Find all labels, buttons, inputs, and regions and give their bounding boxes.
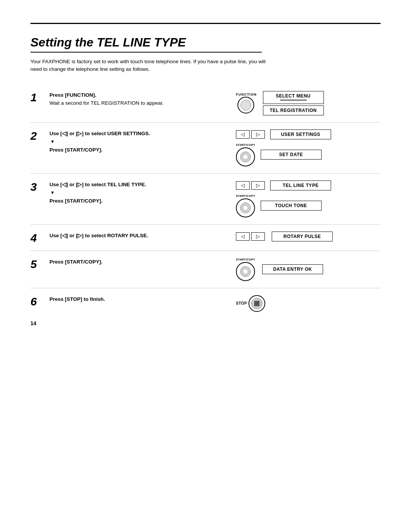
step-3-visual-col: ◁ ▷ TEL LINE TYPE START/COPY TOU [236,181,331,217]
step-2-row1: ◁ ▷ USER SETTINGS [236,129,331,139]
step-1-content: Press [FUNCTION]. Wait a second for TEL … [49,91,236,107]
startcopy-btn-3[interactable] [236,198,255,217]
lcd-tel-line-type: TEL LINE TYPE [270,181,331,190]
lcd-data-entry-ok: DATA ENTRY OK [262,264,323,274]
lcd-user-settings: USER SETTINGS [270,129,331,139]
lcd-select-menu-text: SELECT MENU [268,93,319,99]
stop-button[interactable] [249,295,265,312]
top-rule [30,23,381,24]
startcopy-wrap-3: START/COPY [236,194,255,217]
startcopy-inner-5 [240,266,251,277]
function-button-inner [241,100,251,110]
page-title: Setting the TEL LINE TYPE [30,35,262,53]
step-1-instruction: Press [FUNCTION]. Wait a second for TEL … [49,91,228,107]
step-4-bold: Use [◁] or [▷] to select ROTARY PULSE. [49,233,148,238]
stop-button-square [254,301,260,306]
intro-text: Your FAXPHONE is factory set to work wit… [30,58,274,73]
step-3-row2: START/COPY TOUCH TONE [236,194,331,217]
step-2-sub2: Press [START/COPY]. [49,147,102,153]
stop-button-wrap: STOP [236,295,265,312]
step-1: 1 Press [FUNCTION]. Wait a second for TE… [30,84,381,123]
step-2: 2 Use [◁] or [▷] to select USER SETTINGS… [30,123,381,174]
lcd-rotary-pulse: ROTARY PULSE [272,232,333,241]
tape-underline [280,99,307,101]
step-6-visual: STOP [236,295,381,312]
step-3-bold: Use [◁] or [▷] to select TEL LINE TYPE. [49,182,146,187]
lcd-tel-registration: TEL REGISTRATION [263,105,324,115]
step-2-arrow: ▼ [50,139,55,144]
step-6: 6 Press [STOP] to finish. STOP [30,288,381,319]
startcopy-label-5: START/COPY [236,258,255,261]
step-1-visual: FUNCTION SELECT MENU TEL REGISTRATION [236,91,381,115]
step-2-content: Use [◁] or [▷] to select USER SETTINGS. … [49,129,236,154]
left-arrow-btn-3[interactable]: ◁ [236,181,250,190]
function-button-label: FUNCTION [236,93,256,96]
startcopy-inner-2 [240,152,251,162]
step-5-bold: Press [START/COPY]. [49,259,102,265]
step-4-number: 4 [30,232,49,244]
step-4: 4 Use [◁] or [▷] to select ROTARY PULSE.… [30,225,381,251]
left-arrow-btn-2[interactable]: ◁ [236,130,250,139]
nav-buttons-3: ◁ ▷ [236,181,265,190]
right-arrow-btn-3[interactable]: ▷ [251,181,265,190]
step-6-number: 6 [30,295,49,307]
step-2-number: 2 [30,129,49,142]
startcopy-label-2: START/COPY [236,143,255,147]
step-5-instruction: Press [START/COPY]. [49,258,228,266]
step-3-arrow: ▼ [50,190,55,195]
step-1-sub: Wait a second for TEL REGISTRATION to ap… [49,100,164,106]
startcopy-btn-2[interactable] [236,147,255,166]
step-3-row1: ◁ ▷ TEL LINE TYPE [236,181,331,190]
step-2-visual-col: ◁ ▷ USER SETTINGS START/COPY SET [236,129,331,166]
startcopy-btn-5[interactable] [236,262,255,281]
step-6-bold: Press [STOP] to finish. [49,296,105,302]
stop-button-inner [251,298,263,309]
step-3-visual: ◁ ▷ TEL LINE TYPE START/COPY TOU [236,181,381,217]
step-5-content: Press [START/COPY]. [49,258,236,266]
lcd-select-menu: SELECT MENU [263,91,324,104]
step-1-lcd-stack: SELECT MENU TEL REGISTRATION [263,91,324,115]
step-5: 5 Press [START/COPY]. START/COPY DATA EN… [30,251,381,288]
lcd-touch-tone: TOUCH TONE [261,201,322,211]
function-button-wrap: FUNCTION [236,93,256,113]
startcopy-wrap-2: START/COPY [236,143,255,166]
stop-button-label: STOP [236,301,247,305]
startcopy-center-2 [243,154,248,160]
lcd-set-date: SET DATE [261,150,322,160]
step-5-visual: START/COPY DATA ENTRY OK [236,258,381,281]
startcopy-center-5 [243,269,248,274]
right-arrow-btn-2[interactable]: ▷ [251,130,265,139]
step-3-number: 3 [30,181,49,193]
step-3-sub2: Press [START/COPY]. [49,198,102,204]
startcopy-label-3: START/COPY [236,194,255,198]
step-6-instruction: Press [STOP] to finish. [49,295,228,304]
step-6-content: Press [STOP] to finish. [49,295,236,304]
startcopy-inner-3 [240,203,251,213]
page-number: 14 [30,320,37,326]
step-2-row2: START/COPY SET DATE [236,143,331,166]
step-4-visual: ◁ ▷ ROTARY PULSE [236,232,381,241]
step-2-instruction: Use [◁] or [▷] to select USER SETTINGS. … [49,129,228,154]
startcopy-center-3 [243,205,248,211]
step-4-content: Use [◁] or [▷] to select ROTARY PULSE. [49,232,236,240]
left-arrow-btn-4[interactable]: ◁ [236,232,250,241]
step-3-instruction: Use [◁] or [▷] to select TEL LINE TYPE. … [49,181,228,205]
nav-buttons-2: ◁ ▷ [236,130,265,139]
function-button[interactable] [237,97,254,113]
step-1-number: 1 [30,91,49,103]
step-4-instruction: Use [◁] or [▷] to select ROTARY PULSE. [49,232,228,240]
nav-buttons-4: ◁ ▷ [236,232,265,241]
step-2-bold: Use [◁] or [▷] to select USER SETTINGS. [49,131,150,136]
right-arrow-btn-4[interactable]: ▷ [251,232,265,241]
page: Setting the TEL LINE TYPE Your FAXPHONE … [0,0,411,342]
startcopy-wrap-5: START/COPY [236,258,255,281]
step-3: 3 Use [◁] or [▷] to select TEL LINE TYPE… [30,174,381,225]
step-5-number: 5 [30,258,49,270]
step-2-visual: ◁ ▷ USER SETTINGS START/COPY SET [236,129,381,166]
step-1-bold: Press [FUNCTION]. [49,92,96,98]
step-3-content: Use [◁] or [▷] to select TEL LINE TYPE. … [49,181,236,205]
